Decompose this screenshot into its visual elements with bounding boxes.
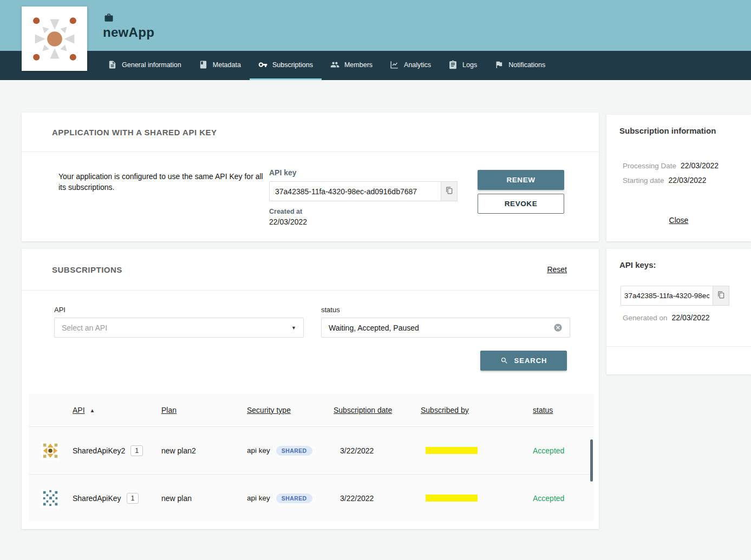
key-action-buttons: RENEW REVOKE: [478, 170, 564, 214]
status-filter-value: Waiting, Accepted, Paused: [329, 324, 419, 332]
subscribed-by-cell: [421, 447, 523, 454]
panel-title: Subscription information: [606, 115, 751, 135]
api-filter-label: API: [54, 306, 304, 314]
subscribed-by-redacted: [426, 495, 478, 502]
tab-notifications[interactable]: Notifications: [486, 51, 554, 80]
security-type-cell: api key SHARED: [247, 446, 334, 456]
shared-api-key-card: APPLICATION WITH A SHARED API KEY Your a…: [22, 113, 599, 241]
processing-date-label: Processing Date: [623, 162, 676, 170]
revoke-button[interactable]: REVOKE: [478, 194, 564, 214]
shared-api-key-card-header: APPLICATION WITH A SHARED API KEY: [22, 113, 599, 152]
app-root: newApp General information Metadata Subs…: [0, 0, 751, 560]
clear-filter-icon[interactable]: [553, 323, 563, 332]
subscription-info-panel: Subscription information Processing Date…: [606, 115, 751, 241]
starting-date-row: Starting date 22/03/2022: [623, 176, 751, 185]
tab-label: Metadata: [213, 61, 241, 69]
shared-key-description: Your application is configured to use th…: [58, 171, 265, 193]
main-nav: General information Metadata Subscriptio…: [0, 51, 751, 80]
column-header-label: Security type: [247, 406, 291, 414]
tab-label: Notifications: [508, 61, 545, 69]
reset-link[interactable]: Reset: [547, 265, 567, 274]
security-type: api key: [247, 494, 270, 502]
column-header-subscribed-by[interactable]: Subscribed by: [421, 406, 523, 414]
table-scrollbar[interactable]: [590, 439, 593, 482]
chart-icon: [390, 60, 399, 69]
column-header-label: Subscription date: [334, 406, 392, 414]
card-title: SUBSCRIPTIONS: [52, 265, 122, 274]
status-filter-label: status: [321, 306, 570, 314]
application-icon: [103, 13, 115, 23]
api-avatar: [41, 489, 60, 508]
starting-date-label: Starting date: [623, 176, 664, 185]
copy-api-key-button[interactable]: [441, 181, 458, 201]
api-name: SharedApiKey: [73, 494, 121, 503]
page-title: newApp: [103, 25, 154, 40]
close-link[interactable]: Close: [669, 216, 689, 225]
search-button[interactable]: SEARCH: [480, 351, 567, 371]
tab-subscriptions[interactable]: Subscriptions: [250, 51, 322, 80]
api-avatar: [41, 442, 60, 460]
column-header-label: Plan: [161, 406, 177, 414]
card-title: APPLICATION WITH A SHARED API KEY: [52, 128, 217, 137]
status-filter-input[interactable]: Waiting, Accepted, Paused: [321, 318, 570, 338]
renew-button[interactable]: RENEW: [478, 170, 564, 190]
subscription-count-badge: 1: [130, 445, 143, 456]
api-key-label: API key: [269, 168, 458, 177]
sidebar-api-key-input[interactable]: [621, 286, 713, 306]
api-name: SharedApiKey2: [73, 446, 125, 455]
column-header-label: API: [73, 406, 85, 414]
api-select[interactable]: Select an API ▼: [54, 318, 304, 338]
api-key-row: [269, 181, 458, 201]
sort-asc-icon: ▲: [90, 407, 95, 413]
generated-on-row: Generated on 22/03/2022: [623, 313, 751, 322]
column-header-plan[interactable]: Plan: [161, 406, 247, 414]
security-type-cell: api key SHARED: [247, 493, 334, 503]
subscriptions-card-header: SUBSCRIPTIONS Reset: [22, 249, 599, 291]
subscription-date-cell: 3/22/2022: [334, 446, 421, 455]
key-icon: [258, 60, 267, 69]
tab-analytics[interactable]: Analytics: [381, 51, 440, 80]
tab-label: Analytics: [404, 61, 431, 69]
plan-cell: new plan: [161, 494, 247, 503]
people-icon: [330, 60, 339, 69]
panel-title: API keys:: [606, 249, 751, 269]
shared-badge: SHARED: [276, 446, 312, 456]
tab-members[interactable]: Members: [322, 51, 381, 80]
copy-sidebar-key-button[interactable]: [713, 286, 729, 306]
clipboard-list-icon: [448, 60, 458, 69]
application-logo: [22, 6, 87, 71]
generated-on-label: Generated on: [623, 314, 668, 322]
security-type: api key: [247, 446, 270, 454]
subscription-info-rows: Processing Date 22/03/2022 Starting date…: [623, 161, 751, 185]
sidebar-api-key-row: [621, 286, 751, 306]
column-header-subscription-date[interactable]: Subscription date: [334, 406, 421, 414]
plan-cell: new plan2: [161, 446, 247, 455]
tab-logs[interactable]: Logs: [440, 51, 486, 80]
api-key-block: API key Created at 22/03/2022: [269, 168, 458, 226]
column-header-label: status: [533, 406, 553, 414]
api-key-input[interactable]: [269, 181, 441, 201]
subscriptions-table: API ▲ Plan Security type Subscription da…: [29, 394, 594, 522]
column-header-label: Subscribed by: [421, 406, 469, 414]
flag-icon: [494, 60, 504, 69]
tab-label: Members: [344, 61, 373, 69]
api-keys-panel: API keys: Generated on 22/03/2022: [606, 249, 751, 374]
table-row[interactable]: SharedApiKey 1 new plan api key SHARED 3…: [29, 474, 594, 522]
app-title-block: newApp: [103, 13, 154, 40]
table-row[interactable]: SharedApiKey2 1 new plan2 api key SHARED…: [29, 426, 594, 474]
copy-icon: [717, 291, 725, 300]
search-icon: [500, 357, 508, 365]
tab-label: Subscriptions: [272, 61, 313, 69]
column-header-status[interactable]: status: [523, 406, 594, 414]
tab-general-information[interactable]: General information: [99, 51, 190, 80]
tab-metadata[interactable]: Metadata: [190, 51, 250, 80]
status-cell: Accepted: [523, 494, 594, 503]
processing-date-row: Processing Date 22/03/2022: [623, 161, 751, 170]
panel-divider: [606, 346, 751, 347]
logo-pattern-icon: [27, 11, 83, 67]
processing-date-value: 22/03/2022: [681, 161, 719, 170]
column-header-security-type[interactable]: Security type: [247, 406, 334, 414]
api-name-cell: SharedApiKey2 1: [73, 445, 161, 456]
column-header-api[interactable]: API ▲: [73, 406, 161, 414]
created-at-value: 22/03/2022: [269, 218, 458, 226]
